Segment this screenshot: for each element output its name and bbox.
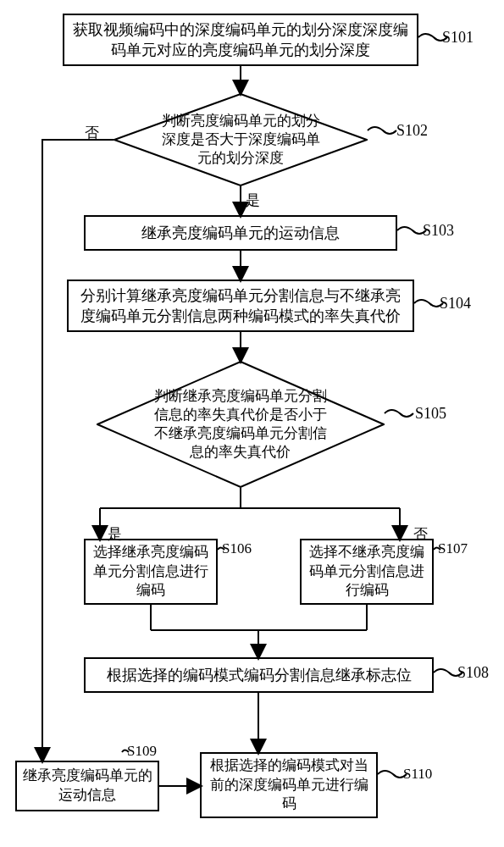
node-s106-text: 选择继承亮度编码单元分割信息进行编码 (91, 543, 211, 601)
label-s101: S101 (442, 29, 474, 47)
edge-label-s105-no: 否 (413, 524, 428, 544)
node-s110-text: 根据选择的编码模式对当前的深度编码单元进行编码 (207, 756, 371, 815)
node-s107: 选择不继承亮度编码单元分割信息进行编码 (300, 539, 434, 605)
label-s109: S109 (127, 743, 157, 760)
node-s103-text: 继承亮度编码单元的运动信息 (141, 223, 340, 243)
node-s108: 根据选择的编码模式编码分割信息继承标志位 (84, 657, 434, 693)
node-s102-text: 判断亮度编码单元的划分深度是否大于深度编码单元的划分深度 (158, 112, 324, 168)
node-s105: 判断继承亮度编码单元分割信息的率失真代价是否小于不继承亮度编码单元分割信息的率失… (97, 361, 385, 488)
label-s108: S108 (457, 664, 489, 682)
node-s101: 获取视频编码中的深度编码单元的划分深度深度编码单元对应的亮度编码单元的划分深度 (63, 14, 418, 66)
edge-label-s102-no: 否 (85, 123, 99, 142)
node-s105-text: 判断继承亮度编码单元分割信息的率失真代价是否小于不继承亮度编码单元分割信息的率失… (152, 387, 330, 462)
label-s102: S102 (396, 122, 428, 140)
node-s106: 选择继承亮度编码单元分割信息进行编码 (84, 539, 218, 605)
edge-label-s102-yes: 是 (246, 191, 260, 210)
label-s105: S105 (415, 405, 446, 423)
node-s109-text: 继承亮度编码单元的运动信息 (22, 767, 152, 805)
label-s103: S103 (423, 222, 454, 240)
node-s107-text: 选择不继承亮度编码单元分割信息进行编码 (307, 543, 427, 601)
node-s104: 分别计算继承亮度编码单元分割信息与不继承亮度编码单元分割信息两种编码模式的率失真… (67, 280, 414, 332)
label-s106: S106 (222, 540, 252, 557)
node-s104-text: 分别计算继承亮度编码单元分割信息与不继承亮度编码单元分割信息两种编码模式的率失真… (74, 285, 407, 327)
node-s110: 根据选择的编码模式对当前的深度编码单元进行编码 (200, 752, 378, 818)
node-s103: 继承亮度编码单元的运动信息 (84, 215, 397, 251)
flowchart-canvas: 获取视频编码中的深度编码单元的划分深度深度编码单元对应的亮度编码单元的划分深度 … (0, 0, 504, 847)
node-s108-text: 根据选择的编码模式编码分割信息继承标志位 (107, 665, 412, 685)
label-s110: S110 (403, 766, 432, 783)
edge-label-s105-yes: 是 (108, 524, 122, 544)
node-s109: 继承亮度编码单元的运动信息 (15, 761, 159, 811)
label-s104: S104 (440, 295, 471, 313)
node-s102: 判断亮度编码单元的划分深度是否大于深度编码单元的划分深度 (114, 93, 368, 186)
node-s101-text: 获取视频编码中的深度编码单元的划分深度深度编码单元对应的亮度编码单元的划分深度 (69, 19, 412, 61)
label-s107: S107 (438, 540, 468, 557)
